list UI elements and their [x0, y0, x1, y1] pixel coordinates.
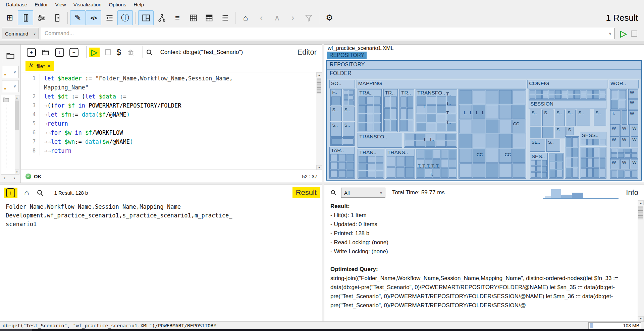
- treemap-cell-s[interactable]: S..: [330, 107, 341, 121]
- treemap-cell[interactable]: [610, 89, 627, 110]
- scroll-down-icon[interactable]: ▼: [316, 165, 322, 170]
- search-icon[interactable]: [328, 188, 337, 198]
- treemap-cell-config[interactable]: CONFIG: [527, 80, 607, 88]
- run-query-icon[interactable]: ▷: [89, 48, 100, 57]
- scroll-up-icon[interactable]: ▲: [638, 200, 644, 205]
- treemap[interactable]: REPOSITORY FOLDER SO..F..S..S..S..S..TAR…: [326, 60, 642, 181]
- home-icon[interactable]: ⌂: [24, 189, 29, 197]
- settings-icon[interactable]: ⚙: [322, 10, 337, 25]
- treemap-cell-s[interactable]: S..: [542, 110, 553, 126]
- treemap-cell-w[interactable]: W: [610, 125, 620, 136]
- command-history-chevron-icon[interactable]: ∨: [609, 31, 611, 36]
- treemap-cell-sess[interactable]: SESS..: [580, 132, 606, 146]
- treemap-cell[interactable]: [610, 170, 639, 179]
- treemap-cell[interactable]: [343, 89, 355, 106]
- debug-icon[interactable]: [126, 48, 135, 57]
- treemap-cell-s[interactable]: S.: [555, 127, 566, 138]
- treemap-strip-repository[interactable]: REPOSITORY: [327, 61, 641, 70]
- treemap-cell-mapping[interactable]: MAPPING: [357, 80, 526, 88]
- treemap-cell-trans[interactable]: TRANS..: [386, 149, 415, 179]
- scrollbar-thumb[interactable]: [317, 78, 321, 93]
- treemap-cell-s[interactable]: S..: [546, 139, 560, 152]
- treemap-cell[interactable]: [330, 137, 355, 146]
- info-scrollbar[interactable]: ▲ ▼: [638, 200, 644, 321]
- database-properties-icon[interactable]: [34, 10, 49, 25]
- sidebar-nav-arrows[interactable]: ‹ ›: [4, 175, 18, 181]
- result-view-icon[interactable]: </>: [86, 10, 101, 25]
- editor-scrollbar[interactable]: ▲ ▼: [316, 72, 322, 170]
- project-folder-icon[interactable]: [6, 51, 15, 62]
- treemap-cell-s[interactable]: S..: [594, 110, 606, 126]
- treemap-cell-s[interactable]: S..: [330, 122, 341, 137]
- save-result-icon[interactable]: ↓: [4, 188, 17, 198]
- indent-result-icon[interactable]: [102, 10, 117, 25]
- info-body[interactable]: Result: - Hit(s): 1 Item- Updated: 0 Ite…: [324, 200, 638, 321]
- scroll-down-icon[interactable]: ▼: [638, 316, 644, 321]
- scroll-up-icon[interactable]: ▲: [316, 72, 322, 77]
- treemap-cell-w[interactable]: W: [610, 159, 620, 169]
- memory-indicator[interactable]: 103 MB: [588, 322, 641, 329]
- scroll-down-icon[interactable]: ▼: [15, 170, 19, 174]
- open-manage-database-icon[interactable]: [18, 10, 33, 25]
- treemap-cell-w[interactable]: W: [631, 125, 638, 136]
- treemap-cell-ses[interactable]: SES..: [530, 153, 548, 179]
- treemap-body[interactable]: SO..F..S..S..S..S..TAR..MAPPINGTRA..TR..…: [328, 79, 640, 179]
- scroll-up-icon[interactable]: ▲: [15, 95, 19, 100]
- text-view-icon[interactable]: ≡: [170, 10, 185, 25]
- selected-node-label[interactable]: REPOSITORY: [327, 52, 367, 59]
- treemap-cell-s[interactable]: S..: [577, 110, 590, 126]
- treemap-cell[interactable]: [529, 89, 606, 100]
- treemap-cell-w[interactable]: W: [610, 136, 620, 147]
- edit-view-icon[interactable]: ✎: [70, 10, 86, 25]
- tab-file[interactable]: file* ×: [25, 61, 54, 71]
- stop-icon[interactable]: [105, 49, 111, 55]
- tree-view-icon[interactable]: [154, 10, 169, 25]
- treemap-cell-w[interactable]: W: [631, 136, 638, 147]
- treemap-cell-w[interactable]: W: [620, 125, 630, 136]
- treemap-cell-session[interactable]: SESSION: [529, 100, 606, 109]
- treemap-cell[interactable]: [549, 153, 564, 179]
- search-icon[interactable]: [36, 189, 44, 197]
- treemap-cell-tra[interactable]: TRA..: [358, 89, 382, 132]
- command-run-icon[interactable]: ▷: [620, 29, 627, 38]
- treemap-cell-w[interactable]: W: [631, 159, 638, 169]
- map-view-icon[interactable]: [138, 10, 154, 25]
- search-icon[interactable]: [145, 48, 154, 57]
- external-variables-icon[interactable]: $: [116, 48, 121, 56]
- treemap-strip-folder[interactable]: FOLDER: [327, 70, 641, 78]
- open-file-icon[interactable]: [41, 48, 50, 57]
- recent-files-icon[interactable]: −: [69, 48, 78, 57]
- treemap-cell-w[interactable]: W: [628, 89, 639, 99]
- result-output[interactable]: Folder_Name,Workflow_Name,Session_Name,M…: [0, 200, 322, 321]
- treemap-cell-w[interactable]: W: [628, 99, 639, 110]
- menu-item-editor[interactable]: Editor: [31, 1, 51, 8]
- treemap-cell[interactable]: [580, 147, 606, 178]
- save-file-icon[interactable]: ↓: [55, 48, 64, 57]
- code-editor[interactable]: 1let $header := "Folder_Name,Workflow_Na…: [21, 72, 316, 170]
- treemap-cell-tar[interactable]: TAR..: [329, 147, 355, 179]
- scrollbar-thumb[interactable]: [638, 206, 643, 219]
- treemap-cell-w[interactable]: W: [628, 110, 639, 125]
- command-input[interactable]: [41, 28, 615, 39]
- treemap-cell-w[interactable]: W: [620, 136, 630, 147]
- treemap-cell-wor[interactable]: WOR..: [609, 80, 639, 88]
- tree-scrollbar[interactable]: ▲ ▼: [15, 95, 19, 174]
- scrollbar-thumb[interactable]: [15, 101, 19, 130]
- info-view-icon[interactable]: ⓘ: [117, 10, 133, 25]
- treemap-cell-transfo[interactable]: TRANSFO..: [358, 133, 402, 148]
- treemap-cell-so[interactable]: SO..: [329, 80, 355, 88]
- menu-item-database[interactable]: Database: [2, 1, 31, 8]
- menu-item-help[interactable]: Help: [130, 1, 148, 8]
- new-file-icon[interactable]: +: [27, 48, 36, 57]
- folder-icon[interactable]: [2, 96, 10, 105]
- treemap-cell-s[interactable]: S..: [343, 122, 355, 137]
- file-tree[interactable]: ▲ ▼: [1, 95, 19, 175]
- treemap-cell[interactable]: [530, 127, 541, 138]
- treemap-cell-s[interactable]: S..: [555, 110, 565, 126]
- treemap-cell-w[interactable]: W: [620, 159, 630, 169]
- info-filter-select[interactable]: All ∨: [341, 188, 385, 198]
- table-view-icon[interactable]: [201, 10, 217, 25]
- treemap-cell-tr[interactable]: TR..: [399, 89, 414, 132]
- menu-item-visualization[interactable]: Visualization: [70, 1, 105, 8]
- sidebar-sort-dropdown[interactable]: ∨: [2, 80, 18, 92]
